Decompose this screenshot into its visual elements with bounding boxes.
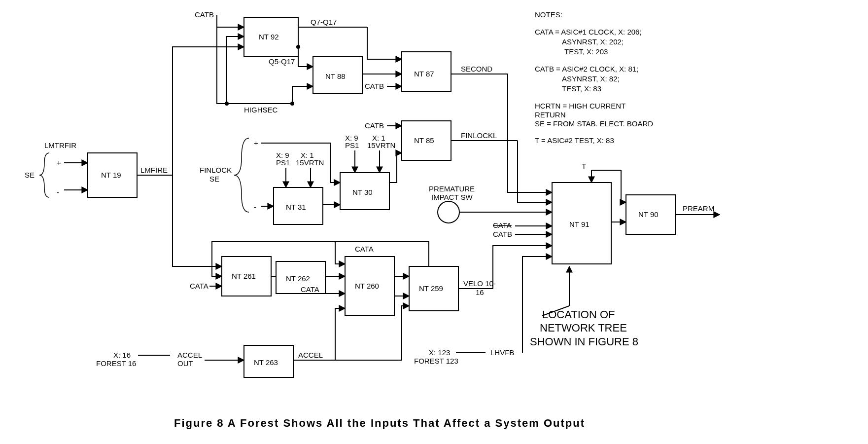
label-nt31: NT 31 — [286, 203, 306, 211]
notes-l9: SE = FROM STAB. ELECT. BOARD — [535, 119, 653, 128]
label-location1: LOCATION OF — [542, 308, 615, 321]
label-plus-2: + — [254, 139, 258, 147]
label-nt260: NT 260 — [355, 282, 379, 290]
label-second: SECOND — [461, 65, 492, 73]
wire-highsec-nt88 — [292, 86, 313, 104]
wire-second-nt91 — [508, 74, 552, 192]
label-catb-nt87: CATB — [365, 82, 384, 90]
label-nt259: NT 259 — [419, 284, 443, 293]
junction-highsec — [290, 102, 294, 106]
notes-l3: TEST, X: 203 — [564, 47, 608, 56]
label-lhvfb: LHVFB — [490, 348, 514, 357]
notes-l5: ASYNRST, X: 82; — [562, 74, 620, 83]
label-nt85: NT 85 — [414, 136, 434, 145]
label-cata-nt261: CATA — [190, 282, 208, 290]
label-nt88: NT 88 — [325, 72, 346, 80]
label-cata-nt260-top: CATA — [355, 245, 374, 253]
label-15v-nt31: 15VRTN — [296, 158, 324, 167]
wire-finlockl-nt91 — [518, 141, 552, 202]
label-catb-nt91: CATB — [493, 230, 512, 238]
label-location2: NETWORK TREE — [540, 322, 627, 334]
label-x123: X: 123 — [429, 348, 450, 357]
label-highsec: HIGHSEC — [244, 106, 278, 114]
brace-finlock — [234, 138, 249, 212]
label-minus-1: - — [57, 188, 59, 196]
label-minus-2: - — [254, 203, 256, 211]
label-q5q17: Q5-Q17 — [269, 57, 295, 66]
label-prearm: PREARM — [683, 204, 714, 213]
notes-l8: RETURN — [535, 111, 566, 119]
label-forest16: FOREST 16 — [96, 359, 136, 368]
label-premature: PREMATURE — [429, 185, 475, 193]
label-lmfire: LMFIRE — [140, 166, 168, 174]
label-nt90: NT 90 — [638, 210, 659, 219]
label-ps1-nt85: PS1 — [345, 141, 359, 149]
label-finlockse2: SE — [209, 175, 219, 183]
notes-l4: CATB = ASIC#2 CLOCK, X: 81; — [535, 65, 638, 73]
label-velo: VELO 10- — [463, 279, 496, 288]
label-nt263: NT 263 — [254, 358, 278, 367]
label-finlockl: FINLOCKL — [461, 131, 497, 140]
label-nt19: NT 19 — [101, 171, 121, 179]
label-catb-nt85: CATB — [365, 121, 384, 130]
label-nt92: NT 92 — [259, 33, 279, 41]
label-accelout2: OUT — [177, 359, 193, 368]
notes-l10: T = ASIC#2 TEST, X: 83 — [535, 136, 614, 145]
label-nt262: NT 262 — [286, 274, 310, 283]
wire-fb-nt260 — [335, 242, 345, 264]
label-se: SE — [25, 171, 35, 179]
label-location3: SHOWN IN FIGURE 8 — [530, 335, 638, 348]
label-nt87: NT 87 — [414, 70, 434, 78]
junction-highsec2 — [225, 102, 229, 106]
label-accelout: ACCEL — [177, 351, 202, 359]
label-ps1-nt31: PS1 — [276, 158, 290, 167]
wire-lmfire-nt261 — [173, 175, 222, 266]
label-nt91: NT 91 — [569, 220, 590, 228]
label-catb-nt92: CATB — [195, 10, 214, 19]
wire-lmfire-nt92 — [173, 47, 244, 175]
label-finlockse: FINLOCK — [200, 166, 232, 174]
notes-l2: ASYNRST, X: 202; — [562, 37, 624, 46]
label-cata-nt260: CATA — [301, 285, 319, 294]
label-15v-nt85: 15VRTN — [367, 141, 395, 149]
label-q7q17: Q7-Q17 — [311, 18, 337, 26]
label-lmtrfir: LMTRFIR — [44, 141, 76, 149]
notes-title: NOTES: — [535, 10, 562, 19]
wire-catb-nt92 — [217, 15, 244, 27]
label-t: T — [582, 162, 586, 170]
notes-l1: CATA = ASIC#1 CLOCK, X: 206; — [535, 28, 642, 36]
label-plus-1: + — [57, 158, 61, 167]
notes-l6: TEST, X: 83 — [562, 84, 601, 93]
label-impactsw: IMPACT SW — [431, 193, 473, 201]
label-x16: X: 16 — [113, 351, 131, 359]
wire-nt30-nt85 — [389, 153, 402, 183]
label-forest123: FOREST 123 — [414, 357, 458, 365]
wire-accel-nt259 — [402, 306, 409, 360]
wire-q7q17-nt87 — [367, 27, 402, 59]
wire-91-90-top — [621, 170, 626, 202]
brace-se — [39, 153, 49, 197]
label-nt261: NT 261 — [232, 272, 256, 280]
premature-impact-sw — [438, 201, 459, 223]
wire-accel-nt260 — [335, 308, 345, 360]
label-nt30: NT 30 — [352, 188, 373, 196]
label-cata-nt91: CATA — [493, 221, 512, 229]
figure-caption: Figure 8 A Forest Shows All the Inputs T… — [174, 417, 585, 429]
label-velo2: 16 — [476, 288, 484, 296]
wire-q5-nt88 — [298, 47, 313, 67]
label-accel: ACCEL — [298, 351, 323, 359]
notes-l7: HCRTN = HIGH CURRENT — [535, 102, 625, 110]
